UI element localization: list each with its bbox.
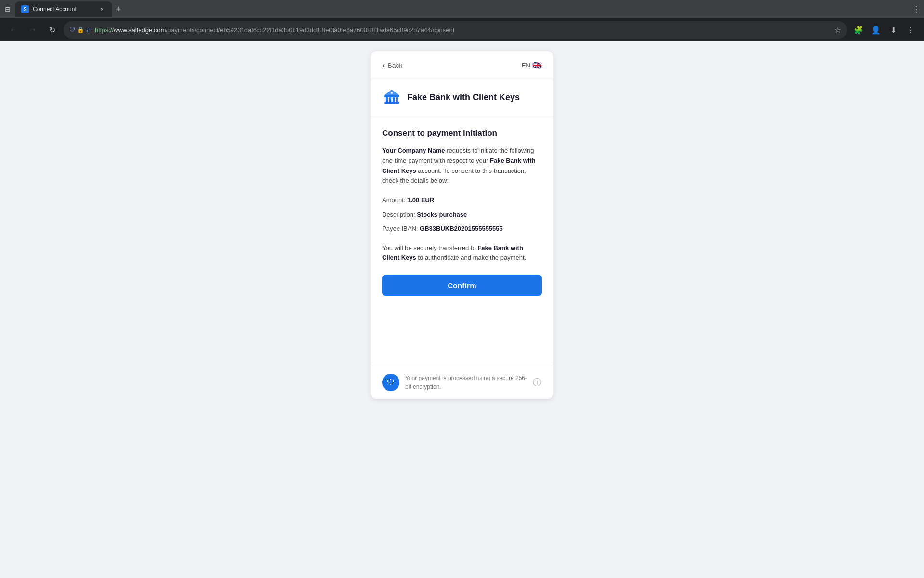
shield-icon: 🛡 (69, 26, 75, 33)
refresh-icon: ↻ (49, 26, 55, 35)
language-code: EN (522, 62, 530, 69)
svg-rect-3 (386, 97, 388, 102)
payment-details: Amount: 1.00 EUR Description: Stocks pur… (382, 196, 542, 234)
bookmark-icon[interactable]: ☆ (834, 26, 841, 35)
new-tab-button[interactable]: + (112, 2, 125, 16)
svg-rect-6 (396, 97, 398, 102)
address-bar[interactable]: 🛡 🔒 ⇄ https://www.saltedge.com/payments/… (64, 21, 847, 39)
description-row: Description: Stocks purchase (382, 210, 542, 220)
bank-name: Fake Bank with Client Keys (407, 92, 520, 103)
profile-button[interactable]: 👤 (868, 22, 884, 38)
consent-description: Your Company Name requests to initiate t… (382, 146, 542, 186)
url-https: https:// (95, 26, 114, 34)
browser-chrome: ⊟ S Connect Account × + ⋮ ← → ↻ 🛡 🔒 ⇄ (0, 0, 924, 41)
tab-favicon: S (21, 5, 29, 13)
switch-icon: ⇄ (86, 26, 91, 33)
back-button[interactable]: ← (6, 22, 21, 38)
shield-security-icon: 🛡 (382, 374, 399, 391)
svg-rect-1 (384, 95, 399, 97)
refresh-button[interactable]: ↻ (44, 22, 60, 38)
main-card: ‹ Back EN 🇬🇧 (371, 51, 553, 399)
url-path: /payments/connect/eb59231daf6cc22f1da3b0… (166, 26, 454, 34)
amount-label: Amount: (382, 197, 407, 204)
amount-row: Amount: 1.00 EUR (382, 196, 542, 205)
lock-icon: 🔒 (77, 26, 84, 33)
payee-row: Payee IBAN: GB33BUKB20201555555555 (382, 224, 542, 234)
address-security-icons: 🛡 🔒 ⇄ (69, 26, 91, 33)
tab-bar-right: ⋮ (912, 5, 920, 14)
back-arrow-icon: ‹ (382, 61, 385, 70)
tab-title: Connect Account (33, 6, 94, 13)
tab-close-button[interactable]: × (98, 5, 106, 13)
forward-button[interactable]: → (25, 22, 40, 38)
language-selector[interactable]: EN 🇬🇧 (522, 61, 542, 70)
security-info: 🛡 Your payment is processed using a secu… (382, 374, 532, 391)
browser-actions-left: ⊟ (4, 5, 12, 13)
payee-value: GB33BUKB20201555555555 (420, 225, 503, 232)
consent-title: Consent to payment initiation (382, 129, 542, 138)
extensions-button[interactable]: 🧩 (851, 22, 866, 38)
description-value: Stocks purchase (417, 211, 467, 218)
security-text: Your payment is processed using a secure… (405, 374, 532, 391)
info-icon[interactable]: ⓘ (532, 377, 542, 388)
forward-icon: → (29, 26, 37, 34)
card-body: Consent to payment initiation Your Compa… (371, 117, 553, 308)
address-bar-row: ← → ↻ 🛡 🔒 ⇄ https://www.saltedge.com/pay… (0, 18, 924, 41)
svg-rect-7 (384, 102, 399, 104)
card-footer: 🛡 Your payment is processed using a secu… (371, 366, 553, 399)
downloads-button[interactable]: ⬇ (886, 22, 901, 38)
amount-value: 1.00 EUR (407, 197, 434, 204)
flag-icon: 🇬🇧 (532, 61, 542, 70)
transfer-text-part2: to authenticate and make the payment. (416, 254, 526, 261)
bank-icon (382, 88, 401, 107)
payee-label: Payee IBAN: (382, 225, 420, 232)
transfer-info: You will be securely transferred to Fake… (382, 243, 542, 263)
transfer-text-part1: You will be securely transferred to (382, 244, 477, 251)
window-controls: ⊟ (4, 5, 12, 13)
page-content: ‹ Back EN 🇬🇧 (0, 41, 924, 578)
bank-header: Fake Bank with Client Keys (371, 78, 553, 117)
svg-point-8 (391, 92, 393, 94)
settings-button[interactable]: ⋮ (903, 22, 918, 38)
card-header: ‹ Back EN 🇬🇧 (371, 51, 553, 78)
shield-glyph: 🛡 (387, 378, 395, 387)
svg-rect-5 (393, 97, 395, 102)
svg-rect-4 (389, 97, 391, 102)
company-name: Your Company Name (382, 147, 445, 154)
back-link[interactable]: ‹ Back (382, 61, 402, 70)
toolbar-right: 🧩 👤 ⬇ ⋮ (851, 22, 918, 38)
url-domain: www.saltedge.com (114, 26, 166, 34)
tab-bar: ⊟ S Connect Account × + ⋮ (0, 0, 924, 18)
confirm-button[interactable]: Confirm (382, 275, 542, 296)
description-label: Description: (382, 211, 417, 218)
back-label: Back (387, 62, 402, 69)
back-icon: ← (10, 26, 17, 34)
address-url[interactable]: https://www.saltedge.com/payments/connec… (95, 26, 831, 34)
active-tab[interactable]: S Connect Account × (15, 1, 112, 17)
